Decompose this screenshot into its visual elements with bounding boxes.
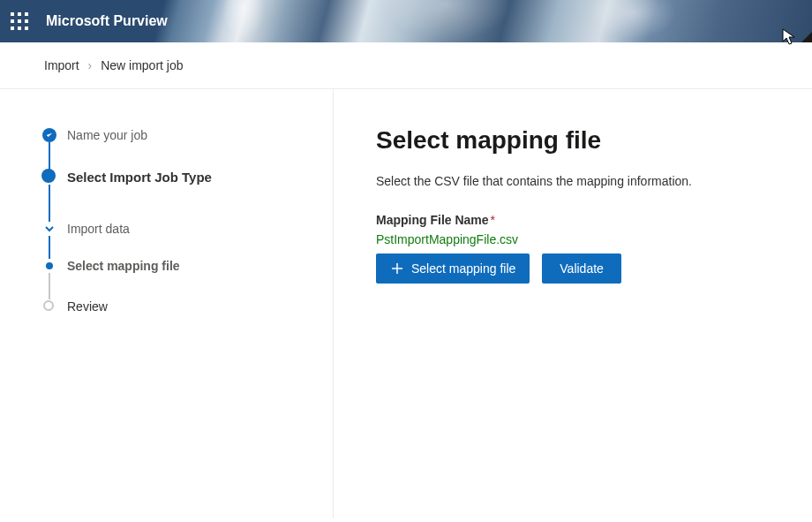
- step-label: Import data: [67, 220, 130, 238]
- button-label: Validate: [560, 261, 604, 276]
- current-step-icon: [41, 169, 56, 183]
- wizard-stepper: Name your job Select Import Job Type Imp…: [0, 89, 334, 518]
- page-title: Select mapping file: [376, 126, 812, 155]
- app-launcher-icon[interactable]: [11, 12, 28, 30]
- main-panel: Select mapping file Select the CSV file …: [334, 89, 812, 518]
- step-select-import-job-type[interactable]: Select Import Job Type: [42, 169, 333, 220]
- step-select-mapping-file[interactable]: Select mapping file: [42, 257, 333, 298]
- breadcrumb: Import › New import job: [0, 42, 812, 89]
- plus-icon: [390, 261, 404, 276]
- content-body: Name your job Select Import Job Type Imp…: [0, 89, 812, 518]
- step-review[interactable]: Review: [42, 298, 333, 315]
- button-label: Select mapping file: [411, 261, 515, 276]
- app-title: Microsoft Purview: [46, 13, 168, 29]
- step-label: Select Import Job Type: [67, 169, 212, 186]
- chevron-right-icon: ›: [88, 58, 93, 72]
- chevron-down-icon: [42, 222, 56, 236]
- step-import-data[interactable]: Import data: [42, 220, 333, 257]
- mapping-file-field: Mapping File Name*: [376, 213, 812, 227]
- step-label: Select mapping file: [67, 257, 180, 275]
- future-step-icon: [43, 300, 54, 311]
- required-indicator: *: [491, 213, 495, 227]
- resize-corner-icon: [801, 32, 812, 42]
- select-mapping-file-button[interactable]: Select mapping file: [376, 253, 530, 284]
- check-icon: [42, 128, 56, 142]
- breadcrumb-current: New import job: [101, 58, 183, 72]
- step-label: Name your job: [67, 126, 147, 144]
- step-label: Review: [67, 298, 108, 315]
- current-substep-icon: [46, 262, 53, 269]
- app-header: Microsoft Purview: [0, 0, 812, 42]
- breadcrumb-root[interactable]: Import: [44, 58, 79, 72]
- field-label: Mapping File Name: [376, 213, 489, 227]
- cursor-icon: [782, 28, 796, 46]
- step-name-your-job[interactable]: Name your job: [42, 126, 333, 169]
- validate-button[interactable]: Validate: [542, 253, 621, 284]
- selected-file-name: PstImportMappingFile.csv: [376, 232, 812, 246]
- page-description: Select the CSV file that contains the ma…: [376, 174, 812, 188]
